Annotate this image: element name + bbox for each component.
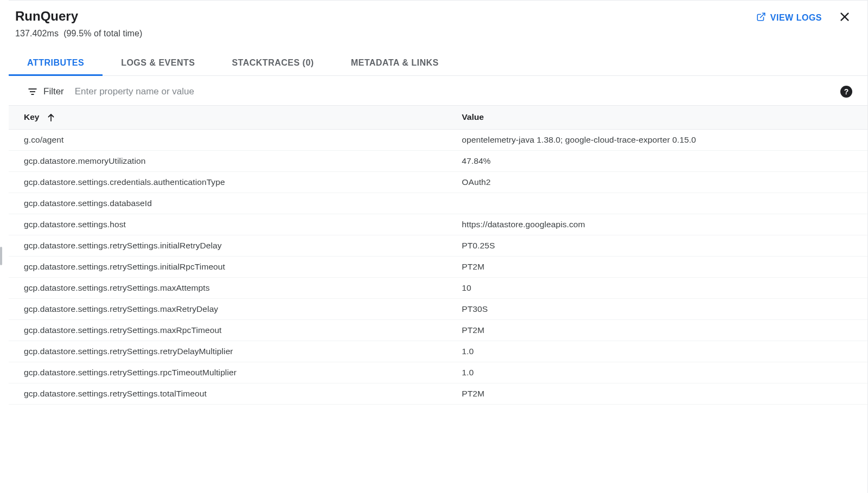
- span-title: RunQuery: [15, 8, 756, 24]
- close-button[interactable]: [837, 10, 852, 25]
- view-logs-label: VIEW LOGS: [770, 13, 822, 23]
- table-row[interactable]: gcp.datastore.settings.hosthttps://datas…: [9, 214, 867, 235]
- table-row[interactable]: gcp.datastore.settings.retrySettings.ini…: [9, 256, 867, 277]
- attribute-key: gcp.datastore.settings.retrySettings.rpc…: [9, 362, 446, 383]
- table-row[interactable]: gcp.datastore.settings.credentials.authe…: [9, 171, 867, 193]
- header-actions: VIEW LOGS: [756, 8, 852, 25]
- table-row[interactable]: gcp.datastore.settings.retrySettings.max…: [9, 319, 867, 341]
- table-row[interactable]: gcp.datastore.memoryUtilization47.84%: [9, 150, 867, 171]
- column-header-value[interactable]: Value: [446, 106, 867, 130]
- table-row[interactable]: gcp.datastore.settings.retrySettings.rpc…: [9, 362, 867, 383]
- tabs: ATTRIBUTES LOGS & EVENTS STACKTRACES (0)…: [9, 52, 867, 76]
- attribute-value: 47.84%: [446, 150, 867, 171]
- attribute-key: gcp.datastore.settings.retrySettings.ini…: [9, 256, 446, 277]
- svg-rect-5: [31, 94, 34, 95]
- attribute-value: PT2M: [446, 319, 867, 341]
- tab-stacktraces[interactable]: STACKTRACES (0): [232, 52, 314, 75]
- svg-rect-3: [29, 88, 37, 89]
- table-row[interactable]: gcp.datastore.settings.retrySettings.tot…: [9, 383, 867, 404]
- attribute-key: gcp.datastore.settings.retrySettings.tot…: [9, 383, 446, 404]
- value-header-label: Value: [462, 112, 484, 121]
- scrollbar-hint[interactable]: [0, 247, 2, 265]
- panel-header: RunQuery 137.402ms (99.5% of total time)…: [9, 1, 867, 39]
- svg-line-0: [760, 13, 764, 17]
- filter-label: Filter: [43, 86, 64, 97]
- open-external-icon: [756, 12, 766, 24]
- attribute-value: https://datastore.googleapis.com: [446, 214, 867, 235]
- attribute-value: OAuth2: [446, 171, 867, 193]
- filter-icon: [27, 86, 38, 97]
- attribute-value: 1.0: [446, 341, 867, 362]
- attribute-value: opentelemetry-java 1.38.0; google-cloud-…: [446, 129, 867, 150]
- view-logs-button[interactable]: VIEW LOGS: [756, 12, 822, 24]
- sort-asc-icon: [46, 113, 56, 123]
- table-row[interactable]: g.co/agentopentelemetry-java 1.38.0; goo…: [9, 129, 867, 150]
- attributes-table-wrapper[interactable]: Key Value g.co/agentopentelemetry-ja: [9, 105, 867, 481]
- attribute-value: 10: [446, 277, 867, 298]
- attribute-value: PT2M: [446, 383, 867, 404]
- help-button[interactable]: ?: [840, 86, 852, 98]
- svg-rect-4: [30, 91, 35, 92]
- attribute-key: gcp.datastore.settings.retrySettings.max…: [9, 319, 446, 341]
- tab-logs-events[interactable]: LOGS & EVENTS: [121, 52, 195, 75]
- attribute-key: gcp.datastore.settings.retrySettings.max…: [9, 298, 446, 319]
- help-icon: ?: [844, 87, 849, 96]
- attribute-value: PT2M: [446, 256, 867, 277]
- attribute-key: gcp.datastore.settings.credentials.authe…: [9, 171, 446, 193]
- close-icon: [839, 11, 851, 25]
- attribute-value: PT0.25S: [446, 235, 867, 256]
- attribute-key: gcp.datastore.settings.retrySettings.ini…: [9, 235, 446, 256]
- table-body: g.co/agentopentelemetry-java 1.38.0; goo…: [9, 129, 867, 404]
- table-header-row: Key Value: [9, 106, 867, 130]
- attribute-value: [446, 193, 867, 214]
- tab-attributes[interactable]: ATTRIBUTES: [27, 52, 84, 75]
- span-percentage: (99.5% of total time): [63, 29, 142, 38]
- table-row[interactable]: gcp.datastore.settings.retrySettings.ret…: [9, 341, 867, 362]
- attributes-table: Key Value g.co/agentopentelemetry-ja: [9, 105, 867, 405]
- attribute-key: g.co/agent: [9, 129, 446, 150]
- attribute-key: gcp.datastore.settings.retrySettings.max…: [9, 277, 446, 298]
- attribute-value: 1.0: [446, 362, 867, 383]
- table-row[interactable]: gcp.datastore.settings.retrySettings.ini…: [9, 235, 867, 256]
- span-duration: 137.402ms: [15, 29, 59, 38]
- table-row[interactable]: gcp.datastore.settings.databaseId: [9, 193, 867, 214]
- attribute-value: PT30S: [446, 298, 867, 319]
- attribute-key: gcp.datastore.settings.retrySettings.ret…: [9, 341, 446, 362]
- attribute-key: gcp.datastore.memoryUtilization: [9, 150, 446, 171]
- span-subtitle: 137.402ms (99.5% of total time): [15, 29, 756, 39]
- table-row[interactable]: gcp.datastore.settings.retrySettings.max…: [9, 298, 867, 319]
- attribute-key: gcp.datastore.settings.host: [9, 214, 446, 235]
- header-left: RunQuery 137.402ms (99.5% of total time): [15, 8, 756, 39]
- span-details-panel: RunQuery 137.402ms (99.5% of total time)…: [9, 0, 868, 493]
- filter-row: Filter ?: [9, 76, 867, 105]
- filter-input[interactable]: [75, 86, 840, 97]
- table-row[interactable]: gcp.datastore.settings.retrySettings.max…: [9, 277, 867, 298]
- column-header-key[interactable]: Key: [9, 106, 446, 130]
- tab-metadata-links[interactable]: METADATA & LINKS: [351, 52, 439, 75]
- attribute-key: gcp.datastore.settings.databaseId: [9, 193, 446, 214]
- key-header-label: Key: [24, 112, 39, 121]
